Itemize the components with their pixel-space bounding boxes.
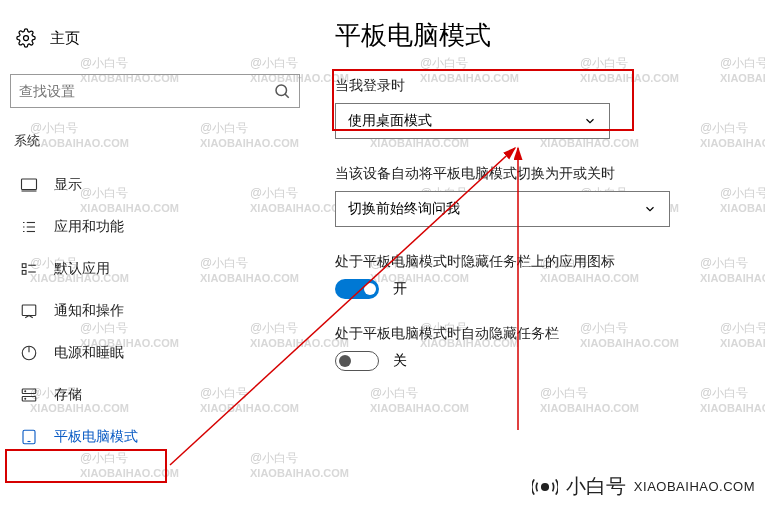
list-icon [20,218,38,236]
toggle-state: 关 [393,352,407,370]
svg-rect-12 [22,271,26,275]
login-label: 当我登录时 [335,77,745,95]
login-dropdown[interactable]: 使用桌面模式 [335,103,610,139]
svg-rect-11 [22,264,26,268]
auto-switch-label: 当该设备自动将平板电脑模式切换为开或关时 [335,165,745,183]
footer-brand: 小白号 XIAOBAIHAO.COM [532,473,755,500]
gear-icon [16,28,36,48]
svg-line-2 [285,94,289,98]
toggle-state: 开 [393,280,407,298]
home-label: 主页 [50,29,80,48]
nav-power[interactable]: 电源和睡眠 [10,332,300,374]
nav-label: 电源和睡眠 [54,344,124,362]
brand-en: XIAOBAIHAO.COM [634,479,755,494]
svg-point-0 [24,36,29,41]
nav-storage[interactable]: 存储 [10,374,300,416]
hide-taskbar-toggle[interactable] [335,351,379,371]
nav-label: 通知和操作 [54,302,124,320]
search-icon [273,82,291,100]
dropdown-value: 切换前始终询问我 [348,200,460,218]
brand-icon [532,474,558,500]
chevron-down-icon [643,202,657,216]
svg-rect-15 [22,305,36,316]
nav-label: 存储 [54,386,82,404]
main-content: 平板电脑模式 当我登录时 使用桌面模式 当该设备自动将平板电脑模式切换为开或关时… [335,18,745,397]
svg-point-21 [25,398,26,399]
settings-sidebar: 主页 系统 显示 应用和功能 默认应用 通知和操作 电源和睡眠 存储 平板电脑模… [0,0,310,458]
svg-rect-3 [22,179,37,190]
home-link[interactable]: 主页 [10,20,300,56]
nav-label: 平板电脑模式 [54,428,138,446]
svg-point-1 [276,85,287,96]
defaults-icon [20,260,38,278]
nav-display[interactable]: 显示 [10,164,300,206]
svg-point-20 [25,391,26,392]
hide-icons-label: 处于平板电脑模式时隐藏任务栏上的应用图标 [335,253,745,271]
svg-point-28 [542,483,549,490]
nav-tablet-mode[interactable]: 平板电脑模式 [10,416,300,458]
dropdown-value: 使用桌面模式 [348,112,432,130]
page-title: 平板电脑模式 [335,18,745,53]
tablet-icon [20,428,38,446]
nav-apps[interactable]: 应用和功能 [10,206,300,248]
category-label: 系统 [10,130,300,164]
brand-cn: 小白号 [566,473,626,500]
nav-label: 默认应用 [54,260,110,278]
power-icon [20,344,38,362]
monitor-icon [20,176,38,194]
hide-taskbar-label: 处于平板电脑模式时自动隐藏任务栏 [335,325,745,343]
search-input[interactable] [19,83,273,99]
hide-icons-toggle[interactable] [335,279,379,299]
nav-notifications[interactable]: 通知和操作 [10,290,300,332]
nav-default-apps[interactable]: 默认应用 [10,248,300,290]
storage-icon [20,386,38,404]
notification-icon [20,302,38,320]
nav-label: 应用和功能 [54,218,124,236]
search-box[interactable] [10,74,300,108]
nav-label: 显示 [54,176,82,194]
auto-switch-dropdown[interactable]: 切换前始终询问我 [335,191,670,227]
chevron-down-icon [583,114,597,128]
